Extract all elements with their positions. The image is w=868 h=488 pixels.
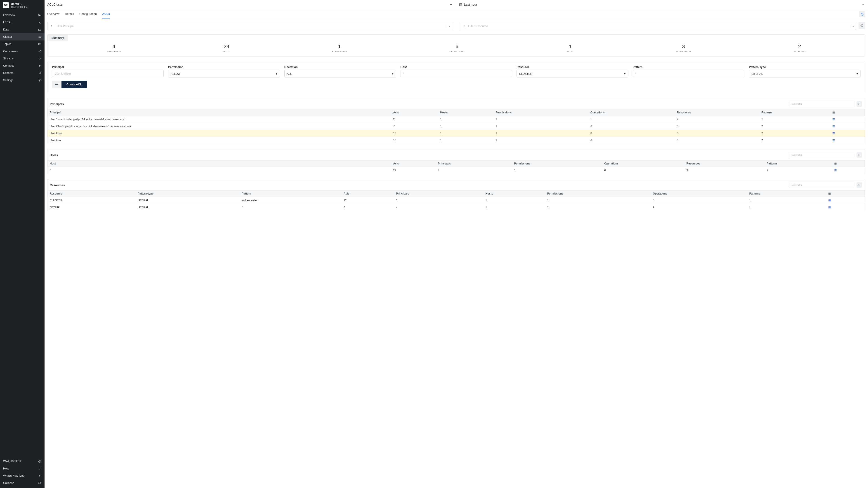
column-header[interactable]: Resources bbox=[675, 109, 759, 116]
sidebar-item-cluster[interactable]: Cluster bbox=[0, 33, 44, 40]
sidebar-item-consumers[interactable]: Consumers bbox=[0, 48, 44, 55]
tab-details[interactable]: Details bbox=[65, 9, 74, 19]
column-header[interactable]: Permissions bbox=[512, 160, 602, 167]
tab-acls[interactable]: ACLs bbox=[102, 9, 110, 19]
list-icon bbox=[828, 192, 863, 195]
pattern-input[interactable] bbox=[635, 72, 742, 75]
filters-row bbox=[47, 22, 865, 30]
terminal-icon bbox=[38, 21, 41, 24]
sidebar-item-krepl[interactable]: kREPL bbox=[0, 19, 44, 26]
table-row[interactable]: User:*.opaclcluster.gvzfjv.c14.kafka.us-… bbox=[48, 116, 865, 123]
tab-overview[interactable]: Overview bbox=[47, 9, 59, 19]
sidebar-help[interactable]: Help bbox=[0, 465, 44, 472]
field-permission: Permission ALLOW▾ bbox=[168, 66, 280, 77]
table-row[interactable]: *2941632 bbox=[48, 167, 865, 174]
sidebar-item-settings[interactable]: Settings bbox=[0, 76, 44, 84]
row-action-button[interactable] bbox=[830, 130, 865, 137]
sidebar-item-data[interactable]: Data bbox=[0, 26, 44, 33]
clear-filter-button[interactable] bbox=[859, 22, 865, 29]
branch-icon bbox=[38, 57, 41, 60]
column-header[interactable]: Pattern-type bbox=[135, 191, 240, 197]
megaphone-icon bbox=[38, 475, 41, 477]
dropdown-toggle[interactable] bbox=[446, 25, 453, 27]
principal-input[interactable] bbox=[55, 72, 161, 75]
column-header[interactable]: Permissions bbox=[493, 109, 588, 116]
table-row[interactable]: User:CN=*.opaclcluster.gvzfjv.c14.kafka.… bbox=[48, 123, 865, 130]
sidebar-item-topics[interactable]: Topics bbox=[0, 40, 44, 48]
stat-patterns: 2PATTERNS bbox=[794, 43, 806, 53]
clock-icon bbox=[38, 460, 41, 463]
svg-point-5 bbox=[39, 59, 39, 59]
column-header[interactable]: Acls bbox=[341, 191, 394, 197]
sidebar-item-overview[interactable]: Overview bbox=[0, 11, 44, 19]
column-header[interactable]: Principal bbox=[48, 109, 391, 116]
hosts-settings-button[interactable] bbox=[857, 152, 862, 158]
hosts-table: HostAclsPrincipalsPermissionsOperationsR… bbox=[48, 160, 865, 174]
table-row[interactable]: GROUPLITERAL*641121 bbox=[48, 204, 865, 211]
summary-stats: 4PRINCIPALS 29ACLS 1PERMISSION 6OPERATIO… bbox=[48, 41, 865, 57]
column-header[interactable]: Patterns bbox=[765, 160, 832, 167]
stat-host: 1HOST bbox=[567, 43, 574, 53]
column-header[interactable]: Operations bbox=[588, 109, 675, 116]
column-header[interactable]: Acls bbox=[391, 109, 438, 116]
gear-icon bbox=[858, 103, 861, 105]
principals-filter[interactable] bbox=[789, 101, 854, 107]
deny-toggle-button[interactable] bbox=[52, 80, 61, 88]
column-header[interactable]: Hosts bbox=[483, 191, 545, 197]
filter-principal-input[interactable] bbox=[47, 22, 453, 30]
resource-select[interactable]: CLUSTER▾ bbox=[517, 70, 628, 77]
resources-settings-button[interactable] bbox=[857, 182, 862, 188]
column-header[interactable]: Resource bbox=[48, 191, 135, 197]
row-action-button[interactable] bbox=[832, 167, 865, 174]
caret-down-icon: ▾ bbox=[276, 72, 277, 75]
principals-settings-button[interactable] bbox=[857, 101, 862, 107]
column-header[interactable]: Permissions bbox=[545, 191, 651, 197]
column-header[interactable]: Hosts bbox=[438, 109, 493, 116]
row-action-button[interactable] bbox=[826, 204, 865, 211]
sidebar-whatsnew[interactable]: What's New (v83) bbox=[0, 472, 44, 480]
host-input[interactable] bbox=[403, 72, 510, 75]
resources-filter[interactable] bbox=[789, 182, 854, 188]
gear-icon bbox=[38, 79, 41, 82]
sidebar-footer: Wed, 10:59:12 Help What's New (v83) Coll… bbox=[0, 458, 44, 488]
table-row[interactable]: User:kpow1011632 bbox=[48, 130, 865, 137]
table-row[interactable]: CLUSTERLITERALkafka-cluster1231141 bbox=[48, 197, 865, 204]
column-header[interactable]: Operations bbox=[651, 191, 747, 197]
tab-configuration[interactable]: Configuration bbox=[79, 9, 97, 19]
svg-point-12 bbox=[51, 25, 52, 26]
permission-select[interactable]: ALLOW▾ bbox=[168, 70, 280, 77]
pattern-type-select[interactable]: LITERAL▾ bbox=[749, 70, 861, 77]
row-action-button[interactable] bbox=[830, 116, 865, 123]
chevron-down-icon bbox=[20, 3, 22, 5]
sidebar-item-connect[interactable]: Connect bbox=[0, 62, 44, 69]
panel-title: Resources bbox=[50, 184, 65, 187]
user-block[interactable]: DE derek Operatr IO, Inc. bbox=[0, 0, 44, 11]
row-action-button[interactable] bbox=[826, 197, 865, 204]
timerange-selector[interactable]: Last hour bbox=[456, 0, 868, 9]
column-header[interactable]: Operations bbox=[602, 160, 684, 167]
list-icon bbox=[832, 132, 863, 135]
operation-select[interactable]: ALL▾ bbox=[284, 70, 396, 77]
sidebar-collapse[interactable]: Collapse bbox=[0, 480, 44, 487]
column-header[interactable]: Principals bbox=[394, 191, 483, 197]
row-action-button[interactable] bbox=[830, 137, 865, 144]
create-acl-button[interactable]: Create ACL bbox=[61, 80, 87, 88]
filter-resource-input[interactable] bbox=[460, 22, 857, 30]
column-header[interactable]: Pattern bbox=[240, 191, 341, 197]
dropdown-toggle[interactable] bbox=[850, 25, 857, 27]
sidebar-item-streams[interactable]: Streams bbox=[0, 55, 44, 62]
sidebar-item-schema[interactable]: Schema bbox=[0, 69, 44, 76]
column-header[interactable]: Host bbox=[48, 160, 391, 167]
column-header[interactable]: Resources bbox=[684, 160, 765, 167]
hosts-filter[interactable] bbox=[789, 152, 854, 158]
column-header[interactable]: Principals bbox=[436, 160, 512, 167]
refresh-button[interactable] bbox=[859, 11, 865, 18]
sidebar: DE derek Operatr IO, Inc. Overview kREPL bbox=[0, 0, 44, 488]
column-header[interactable]: Acls bbox=[391, 160, 436, 167]
cluster-selector[interactable]: ACLCluster bbox=[44, 0, 456, 9]
row-action-button[interactable] bbox=[830, 123, 865, 130]
column-header[interactable]: Patterns bbox=[759, 109, 830, 116]
table-row[interactable]: User:tom1011632 bbox=[48, 137, 865, 144]
column-header[interactable]: Patterns bbox=[747, 191, 826, 197]
field-principal: Principal bbox=[52, 66, 164, 77]
